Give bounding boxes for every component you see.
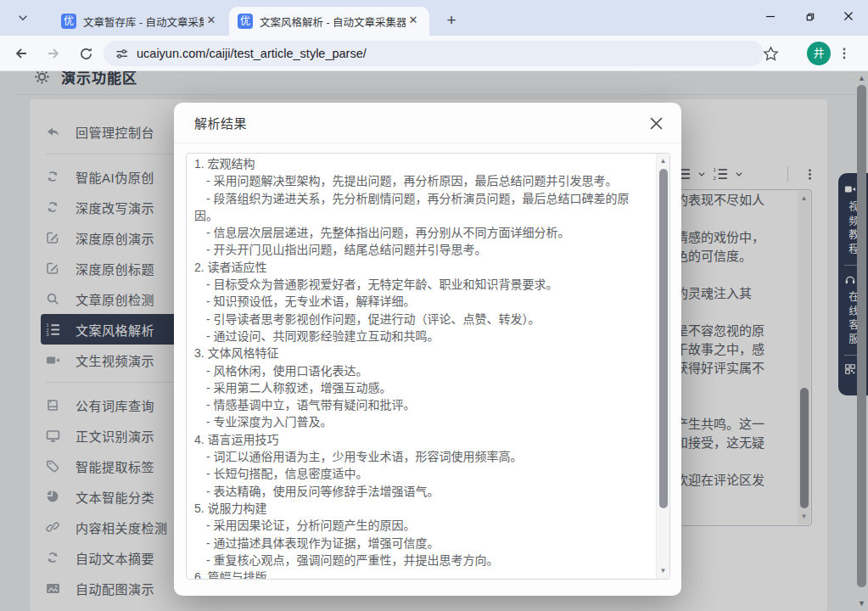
site-settings-icon[interactable] [115, 48, 128, 60]
browser-window: 优 文章暂存库 - 自动文章采集器-优 ✕ 优 文案风格解析 - 自动文章采集器… [0, 0, 868, 611]
parse-result-textbox[interactable]: 1. 宏观结构 - 采用问题解决型架构，先提出问题，再分析原因，最后总结问题并引… [186, 153, 670, 580]
parse-result-text: 1. 宏观结构 - 采用问题解决型架构，先提出问题，再分析原因，最后总结问题并引… [194, 155, 637, 580]
browser-menu-kebab-icon[interactable] [837, 42, 860, 65]
modal-close-icon[interactable] [644, 111, 668, 135]
window-minimize-icon[interactable] [751, 0, 790, 32]
url-input[interactable]: ucaiyun.com/caiji/test_article_style_par… [137, 47, 367, 60]
browser-tab-inactive[interactable]: 优 文章暂存库 - 自动文章采集器-优 ✕ [53, 7, 227, 36]
tab-search-chevron-icon[interactable] [17, 8, 41, 28]
window-restore-icon[interactable] [790, 0, 829, 32]
scroll-up-icon[interactable]: ▲ [657, 154, 669, 168]
site-favicon: 优 [61, 14, 76, 29]
tab-title: 文案风格解析 - 自动文章采集器 [260, 14, 406, 30]
profile-avatar[interactable]: 井 [807, 42, 831, 65]
new-tab-button[interactable]: + [440, 8, 463, 32]
modal-scrollbar-thumb[interactable] [659, 169, 668, 508]
modal-header-divider [174, 143, 681, 143]
window-controls [751, 0, 868, 36]
site-favicon: 优 [238, 14, 253, 29]
window-close-icon[interactable] [829, 0, 868, 32]
modal-scrollbar[interactable]: ▲ ▼ [656, 154, 669, 579]
parse-result-modal: 解析结果 1. 宏观结构 - 采用问题解决型架构，先提出问题，再分析原因，最后总… [174, 103, 681, 596]
scroll-down-icon[interactable]: ▼ [657, 564, 669, 578]
bookmark-star-icon[interactable] [763, 42, 787, 65]
reload-button[interactable] [73, 41, 98, 66]
modal-title: 解析结果 [194, 114, 247, 132]
address-bar[interactable]: ucaiyun.com/caiji/test_article_style_par… [104, 41, 764, 66]
back-button[interactable] [8, 41, 34, 66]
tab-close-icon[interactable]: ✕ [204, 14, 219, 29]
browser-tab-strip: 优 文章暂存库 - 自动文章采集器-优 ✕ 优 文案风格解析 - 自动文章采集器… [0, 0, 868, 36]
tab-title: 文章暂存库 - 自动文章采集器-优 [83, 14, 204, 30]
browser-tab-active[interactable]: 优 文案风格解析 - 自动文章采集器 ✕ [229, 7, 429, 36]
browser-toolbar: ucaiyun.com/caiji/test_article_style_par… [0, 36, 868, 71]
tab-close-icon[interactable]: ✕ [406, 14, 421, 29]
page-content: 演示功能区 回管理控制台智能AI伪原创深度改写演示深度原创演示深度原创标题文章原… [0, 71, 868, 611]
forward-button[interactable] [41, 41, 66, 66]
